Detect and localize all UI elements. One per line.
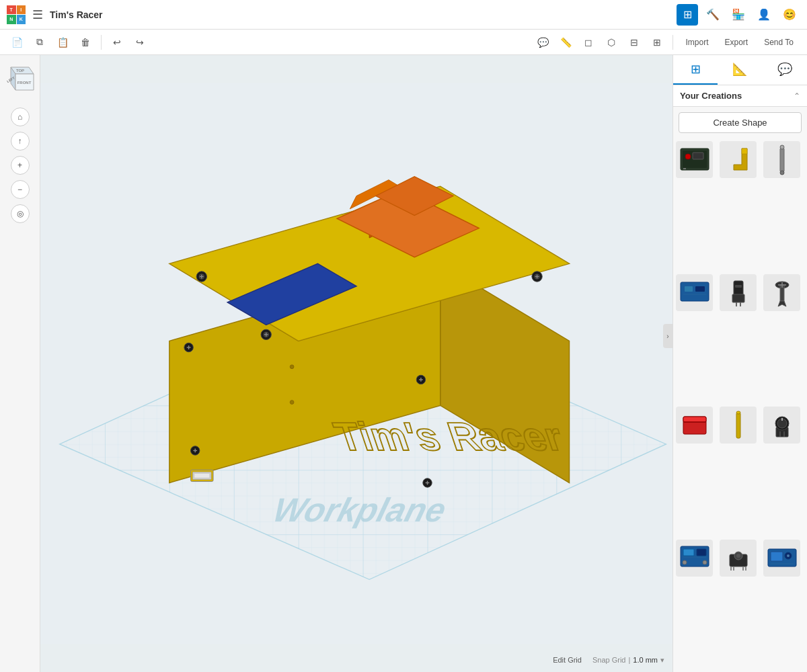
delete-button[interactable]: 🗑 [75,33,95,52]
snap-grid-label: Snap Grid [592,656,626,664]
comment-button[interactable]: 💬 [533,33,553,52]
shape-item-4[interactable] [676,274,713,311]
3d-scene[interactable]: Workplane [40,55,672,672]
svg-rect-60 [693,153,703,159]
tools-button[interactable]: 🔨 [702,4,724,26]
svg-point-83 [736,411,740,414]
user-button[interactable]: 👤 [753,4,775,26]
home-nav-button[interactable]: ⌂ [11,108,30,126]
svg-point-55 [290,365,294,369]
svg-rect-68 [695,286,705,292]
shape-item-7[interactable] [676,407,713,444]
bottom-status: Edit Grid Snap Grid | 1.0 mm ▾ [40,648,672,672]
top-bar: T I N K ☰ Tim's Racer ⊞ 🔨 🏪 👤 😊 [0,0,807,30]
svg-rect-54 [194,474,209,478]
logo-n: N [7,15,16,24]
group-button[interactable]: ⊞ [647,33,667,52]
svg-rect-82 [736,413,740,438]
svg-point-93 [683,560,687,564]
snap-grid-separator: | [628,656,630,664]
shape-item-10[interactable] [676,540,713,577]
main-layout: TOP LEFT FRONT ⌂ ↑ + − ◎ [0,55,807,672]
undo-button[interactable]: ↩ [107,33,127,52]
app-logo[interactable]: T I N K [7,5,26,24]
svg-point-63 [780,145,784,149]
send-to-button[interactable]: Send To [757,35,800,50]
new-button[interactable]: 📄 [7,33,27,52]
tab-grid[interactable]: ⊞ [673,55,718,85]
shapes-grid [673,138,807,672]
edit-grid-button[interactable]: Edit Grid [553,656,582,664]
svg-rect-80 [683,417,706,422]
rotate-up-button[interactable]: ↑ [11,132,30,151]
svg-point-59 [685,154,691,159]
svg-text:FRONT: FRONT [17,81,32,85]
svg-rect-104 [771,552,783,561]
fit-view-button[interactable]: ◎ [11,204,30,223]
panel-tabs: ⊞ 📐 💬 [673,55,807,85]
top-right-icons: ⊞ 🔨 🏪 👤 😊 [677,4,800,26]
snap-grid-info: Snap Grid | 1.0 mm ▾ [592,656,664,665]
help-button[interactable]: 😊 [779,4,800,26]
redo-button[interactable]: ↪ [130,33,150,52]
mirror-button[interactable]: ⬡ [601,33,621,52]
align-button[interactable]: ⊟ [624,33,644,52]
shape-item-12[interactable] [763,540,800,577]
shape-button[interactable]: ◻ [578,33,599,52]
shape-item-6[interactable] [763,274,800,311]
logo-i: I [17,5,26,15]
panel-collapse-button[interactable]: › [663,324,672,348]
svg-text:Tim's Racer: Tim's Racer [323,414,574,458]
svg-point-64 [780,171,784,175]
left-panel: TOP LEFT FRONT ⌂ ↑ + − ◎ [0,55,40,672]
viewport-cube[interactable]: TOP LEFT FRONT [1,62,38,99]
svg-rect-62 [780,147,784,173]
grid-view-button[interactable]: ⊞ [677,4,698,26]
toolbar: 📄 ⧉ 📋 🗑 ↩ ↪ 💬 📏 ◻ ⬡ ⊟ ⊞ Import Export Se… [0,30,807,55]
snap-grid-dropdown[interactable]: ▾ [660,656,664,665]
toolbar-sep-2 [672,35,673,50]
panel-header: Your Creations ⌃ [673,85,807,107]
ruler-button[interactable]: 📏 [555,33,576,52]
svg-point-98 [736,554,740,558]
project-name[interactable]: Tim's Racer [50,9,670,20]
svg-point-94 [703,560,707,564]
svg-rect-92 [697,549,706,556]
import-button[interactable]: Import [679,35,715,50]
shape-item-1[interactable] [676,141,713,178]
create-shape-button[interactable]: Create Shape [679,112,802,133]
shape-item-9[interactable] [763,407,800,444]
canvas-area[interactable]: Workplane [40,55,672,672]
svg-rect-71 [732,294,744,302]
svg-rect-91 [683,549,694,556]
shape-item-11[interactable] [720,540,757,577]
document-icon[interactable]: ☰ [32,7,43,22]
toolbar-sep-1 [101,35,102,50]
tab-notes[interactable]: 💬 [763,55,807,85]
tab-measure[interactable]: 📐 [718,55,762,85]
paste-button[interactable]: 📋 [52,33,73,52]
svg-point-106 [787,554,790,557]
svg-point-56 [290,401,294,405]
shape-item-5[interactable] [720,274,757,311]
zoom-out-button[interactable]: − [11,180,30,199]
shape-item-3[interactable] [763,141,800,178]
zoom-in-button[interactable]: + [11,156,30,175]
panel-dropdown-icon[interactable]: ⌃ [794,91,800,101]
svg-rect-67 [685,286,693,292]
shape-item-8[interactable] [720,407,757,444]
community-button[interactable]: 🏪 [728,4,749,26]
svg-rect-74 [735,285,742,288]
svg-text:TOP: TOP [16,69,24,73]
toolbar-right: 💬 📏 ◻ ⬡ ⊟ ⊞ Import Export Send To [533,33,800,52]
right-panel: ⊞ 📐 💬 Your Creations ⌃ Create Shape [672,55,807,672]
workplane-label: Workplane [269,491,450,529]
panel-title: Your Creations [680,91,742,101]
export-button[interactable]: Export [718,35,755,50]
shape-item-2[interactable] [720,141,757,178]
logo-t: T [7,5,16,15]
logo-k: K [17,15,26,24]
snap-grid-value: 1.0 mm [633,656,658,664]
copy-button[interactable]: ⧉ [30,33,50,52]
